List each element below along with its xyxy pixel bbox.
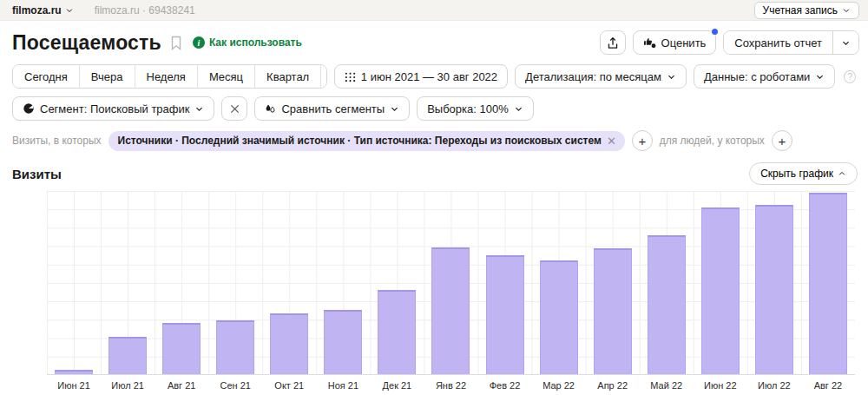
- chart-bar[interactable]: [594, 248, 632, 374]
- calendar-grid-icon: [345, 71, 356, 82]
- visits-condition-label: Визиты, в которых: [12, 135, 102, 147]
- add-people-condition-button[interactable]: +: [772, 130, 792, 151]
- counter-label: filmoza.ru · 69438241: [95, 4, 195, 16]
- period-month[interactable]: Месяц: [197, 65, 254, 88]
- chevron-down-icon: [815, 72, 825, 82]
- export-button[interactable]: [600, 30, 626, 55]
- upload-share-icon: [607, 36, 619, 49]
- chart-bar-slot: [424, 191, 477, 374]
- remove-segment-button[interactable]: [221, 96, 247, 121]
- conditions-row: Визиты, в которых Источники · Последний …: [0, 130, 868, 151]
- x-axis-tick-label: Окт 21: [262, 380, 316, 391]
- site-selector-label: filmoza.ru: [12, 4, 62, 16]
- rate-button[interactable]: Оценить: [633, 30, 717, 55]
- x-axis-tick-label: Янв 22: [424, 380, 477, 391]
- chart-bar[interactable]: [540, 260, 578, 374]
- how-to-use-label: Как использовать: [209, 36, 302, 49]
- hide-chart-label: Скрыть график: [760, 168, 833, 180]
- site-selector[interactable]: filmoza.ru: [12, 4, 74, 16]
- hide-chart-button[interactable]: Скрыть график: [749, 162, 858, 185]
- chart-bar-slot: [316, 191, 370, 374]
- period-quarter[interactable]: Квартал: [254, 65, 320, 88]
- period-week[interactable]: Неделя: [135, 65, 197, 88]
- chart-bar-slot: [532, 191, 586, 374]
- question-help-icon[interactable]: ?: [844, 70, 856, 83]
- chart-bar-slot: [694, 191, 747, 374]
- chevron-down-icon: [842, 6, 851, 15]
- date-range-label: 1 июн 2021 — 30 авг 2022: [361, 70, 497, 83]
- chart-bar-slot: [478, 191, 532, 374]
- chart-bar[interactable]: [431, 247, 470, 374]
- bookmark-icon[interactable]: [170, 36, 182, 50]
- chart-bar-slot: [801, 191, 855, 374]
- title-actions: Оценить Сохранить отчет: [600, 30, 859, 55]
- chart-bar-slot: [586, 191, 640, 374]
- period-group: Сегодня Вчера Неделя Месяц Квартал Год: [12, 64, 327, 89]
- chart-bar[interactable]: [162, 323, 201, 374]
- plus-icon: +: [638, 134, 646, 148]
- chart-bar[interactable]: [755, 205, 793, 374]
- chevron-down-icon: [194, 104, 204, 114]
- chart-title: Визиты: [12, 167, 62, 181]
- segment-pie-icon: [23, 102, 35, 115]
- plus-icon: +: [778, 134, 786, 148]
- account-button-label: Учетная запись: [763, 4, 838, 16]
- chevron-down-icon: [65, 6, 74, 15]
- info-icon: i: [193, 36, 205, 49]
- compare-segments-label: Сравнить сегменты: [281, 102, 385, 115]
- compare-drops-icon: [265, 102, 276, 115]
- period-year[interactable]: Год: [320, 65, 327, 88]
- close-x-icon[interactable]: ✕: [607, 135, 616, 148]
- chart-bar-slot: [47, 191, 101, 374]
- account-button[interactable]: Учетная запись: [754, 2, 859, 19]
- data-mode-button[interactable]: Данные: с роботами: [694, 64, 835, 89]
- add-visit-condition-button[interactable]: +: [632, 130, 653, 151]
- chart-bar[interactable]: [55, 370, 93, 374]
- save-report-dropdown[interactable]: [832, 31, 858, 54]
- chart-bar[interactable]: [648, 235, 686, 374]
- data-mode-label: Данные: с роботами: [704, 70, 810, 83]
- period-filter-row: Сегодня Вчера Неделя Месяц Квартал Год 1…: [0, 64, 868, 89]
- chart-bar-slot: [747, 191, 801, 374]
- x-axis-tick-label: Дек 21: [370, 380, 424, 391]
- date-range-button[interactable]: 1 июн 2021 — 30 авг 2022: [334, 64, 508, 89]
- segment-button[interactable]: Сегмент: Поисковый трафик: [12, 96, 214, 121]
- x-axis-tick-label: Авг 22: [801, 380, 855, 391]
- source-filter-chip[interactable]: Источники · Последний значимый источник …: [108, 131, 625, 151]
- chart-bar[interactable]: [809, 193, 847, 374]
- save-report-label: Сохранить отчет: [734, 36, 822, 49]
- compare-segments-button[interactable]: Сравнить сегменты: [254, 96, 410, 121]
- x-axis-tick-label: Июл 22: [747, 380, 801, 391]
- sample-button[interactable]: Выборка: 100%: [417, 96, 534, 121]
- chart-bar-slot: [155, 191, 208, 374]
- chart-header: Визиты Скрыть график: [0, 162, 868, 185]
- x-axis-tick-label: Май 22: [640, 380, 694, 391]
- chart-bar[interactable]: [324, 310, 362, 374]
- x-axis-tick-label: Фев 22: [478, 380, 532, 391]
- thumbs-up-down-icon: [643, 36, 656, 49]
- chart-bar[interactable]: [378, 290, 416, 374]
- chart-bar[interactable]: [270, 313, 308, 374]
- people-condition-label: для людей, у которых: [660, 135, 765, 147]
- detalization-button[interactable]: Детализация: по месяцам: [515, 64, 687, 89]
- chevron-down-icon: [514, 104, 523, 114]
- chart-bar[interactable]: [701, 207, 740, 374]
- chart-bar[interactable]: [486, 255, 524, 374]
- save-report-button[interactable]: Сохранить отчет: [724, 31, 832, 54]
- how-to-use-link[interactable]: i Как использовать: [193, 36, 302, 49]
- x-axis-tick-label: Сен 21: [208, 380, 262, 391]
- period-yesterday[interactable]: Вчера: [79, 65, 135, 88]
- period-today[interactable]: Сегодня: [13, 65, 79, 88]
- visits-bar-chart: Июн 21Июл 21Авг 21Сен 21Окт 21Ноя 21Дек …: [47, 191, 855, 391]
- chart-bar[interactable]: [216, 320, 254, 374]
- chart-plot-area[interactable]: [47, 191, 855, 375]
- x-axis-tick-label: Июн 21: [47, 380, 101, 391]
- source-filter-chip-label: Источники · Последний значимый источник …: [118, 135, 602, 147]
- notification-dot: [712, 29, 718, 35]
- topbar: filmoza.ru filmoza.ru · 69438241 Учетная…: [0, 0, 868, 21]
- rate-button-label: Оценить: [661, 36, 707, 49]
- detalization-label: Детализация: по месяцам: [525, 70, 661, 83]
- chart-bar[interactable]: [108, 337, 147, 374]
- x-axis-tick-label: Июн 22: [694, 380, 747, 391]
- chart-bar-slot: [262, 191, 316, 374]
